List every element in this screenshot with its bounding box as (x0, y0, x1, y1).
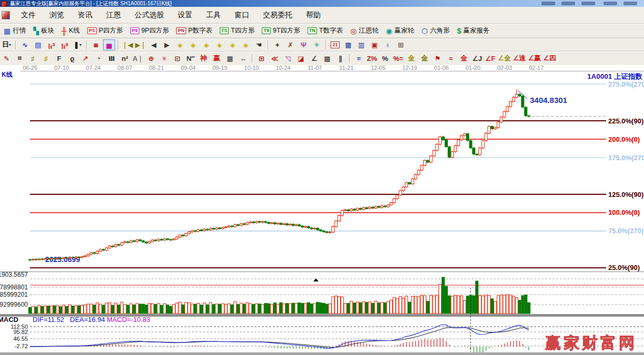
flag-pen-icon[interactable]: ⚑ (432, 53, 444, 64)
period-day-dropdown-icon[interactable]: 日▾ (1, 39, 13, 50)
gann-diamond-out-icon[interactable]: ◈ (213, 39, 226, 50)
chart-canvas[interactable]: 06-2607-1007-2408-0708-2109-0409-1910-10… (0, 65, 644, 355)
gann-diamond-left-icon[interactable]: ◈ (174, 39, 186, 50)
pencil-tool-icon[interactable]: ✎ (1, 53, 13, 64)
menu-item-6[interactable]: 工具 (199, 7, 228, 23)
menu-item-3[interactable]: 江恩 (99, 7, 128, 23)
menu-item-4[interactable]: 公式选股 (128, 7, 171, 23)
ray-fan-icon[interactable]: ≪ (269, 53, 281, 64)
gold-line-icon[interactable]: 金 (418, 53, 431, 64)
winner-service-button[interactable]: $赢家服务 (453, 25, 493, 37)
gann-wheel-button[interactable]: ◎江恩轮 (346, 25, 382, 37)
red-fan-box-icon[interactable]: ◪ (295, 53, 307, 64)
gann-diamond-expand-icon[interactable]: ◈ (227, 39, 239, 50)
purple-fan-icon[interactable]: ◹ (282, 53, 294, 64)
prev-page-icon[interactable]: ◀ (148, 39, 160, 50)
candle-style-dropdown-icon[interactable]: ❚▾ (71, 39, 84, 50)
menu-item-1[interactable]: 浏览 (43, 7, 71, 23)
angle-speed-icon[interactable]: ∠速 (513, 53, 527, 64)
ma3-icon[interactable]: ⣦3 (45, 39, 57, 50)
gold-circle-icon[interactable]: 金 (405, 53, 417, 64)
parallel-lines-icon[interactable]: ∥ (334, 53, 346, 64)
app-menu-icon[interactable] (2, 11, 10, 19)
nine-t-square-button[interactable]: T99T四方形 (258, 25, 304, 37)
remote-pc-icon[interactable]: ⊞ (395, 39, 407, 50)
colored-volume-icon[interactable]: ▅ (103, 39, 115, 50)
god-tool-icon[interactable]: 神 (198, 53, 210, 64)
percent-line-icon[interactable]: %= (392, 53, 404, 64)
notebook-icon[interactable]: ▥ (355, 39, 367, 50)
grid-tool-icon[interactable]: ⌗ (14, 53, 26, 64)
angle-win-icon[interactable]: ∠赢 (527, 53, 541, 64)
volume-bar (335, 296, 338, 314)
angle-f-icon[interactable]: ∠F (484, 53, 496, 64)
calendar-21-icon[interactable]: 21 (329, 39, 341, 50)
ma9-icon[interactable]: ⣦9 (58, 39, 70, 50)
angle-j-icon[interactable]: ∠J (471, 53, 483, 64)
star-cycle-icon[interactable]: ✳ (158, 53, 170, 64)
nine-p-square-button[interactable]: P99P四方形 (127, 25, 173, 37)
first-page-icon[interactable]: ❘◀ (121, 39, 134, 50)
menu-item-0[interactable]: 文件 (14, 7, 43, 23)
smart-select-icon[interactable]: ✳ (311, 39, 323, 50)
gann-diamond-right-icon[interactable]: ◈ (187, 39, 199, 50)
crosshair-icon[interactable]: + (271, 39, 283, 50)
n-square-icon[interactable]: n² (119, 53, 131, 64)
percent-icon[interactable]: % (379, 53, 391, 64)
circle-target-icon[interactable]: ⊕ (145, 53, 157, 64)
k-wave-icon[interactable]: N″ (185, 53, 197, 64)
kline-button[interactable]: ╫K线 (58, 25, 84, 37)
t-number-table-button[interactable]: TNT数字表 (304, 25, 346, 37)
menu-item-5[interactable]: 设置 (171, 7, 199, 23)
menu-item-7[interactable]: 窗口 (228, 7, 256, 23)
p-square-button[interactable]: PSP四方形 (84, 25, 127, 37)
span-arrow-icon[interactable]: ↔ (237, 53, 249, 64)
hand-drag-icon[interactable]: ☚ (253, 39, 265, 50)
mirror-tool-icon[interactable]: A❘ (132, 53, 144, 64)
volume-bar (463, 300, 466, 314)
delete-drawing-icon[interactable]: ✗ (284, 39, 297, 50)
dense-grid-icon[interactable]: ▦ (224, 53, 236, 64)
volume-bar (506, 295, 509, 314)
angle-four-icon[interactable]: ∠四 (543, 53, 557, 64)
gann-grid-gold2-icon[interactable]: ♯ (40, 53, 52, 64)
wave-pct-icon[interactable]: ≈ (445, 53, 457, 64)
gann-diamond-in-icon[interactable]: ◈ (200, 39, 212, 50)
boxed-grid-icon[interactable]: ⊡ (171, 53, 183, 64)
matrix-grid-icon[interactable]: ▩ (321, 53, 333, 64)
last-page-icon[interactable]: ▶❘ (135, 39, 147, 50)
calculator-icon[interactable]: ▦ (342, 39, 354, 50)
menu-item-9[interactable]: 帮助 (299, 7, 328, 23)
hexagon-button[interactable]: ⬡六角形 (418, 25, 454, 37)
angle-line-icon[interactable]: ∠ (308, 53, 320, 64)
timeshare-chart-icon[interactable]: ∿ (19, 39, 31, 50)
winner-wheel-button[interactable]: ◉赢家轮 (382, 25, 418, 37)
chip-distribution-icon[interactable]: ◙ (90, 39, 102, 50)
candle (448, 147, 451, 157)
rocket-tool-icon[interactable]: ↗ (79, 53, 91, 64)
network-icon[interactable]: ♁ (382, 39, 394, 50)
red-grid-box-icon[interactable]: ⊞ (255, 53, 268, 64)
next-page-icon[interactable]: ▶ (161, 39, 173, 50)
scale-ruler-icon[interactable]: ≡ (353, 53, 365, 64)
f10-info-icon[interactable]: ▤ (32, 39, 44, 50)
gann-diamond-shrink-icon[interactable]: ◈ (240, 39, 252, 50)
gold-red-icon[interactable]: 金 (458, 53, 470, 64)
t-square-button[interactable]: TST四方形 (216, 25, 259, 37)
p-number-table-button[interactable]: PNP数字表 (172, 25, 216, 37)
spiral-icon[interactable]: ϱ (66, 53, 78, 64)
theme-clothes-icon[interactable]: Ψ (298, 39, 310, 50)
menu-item-2[interactable]: 资讯 (71, 7, 99, 23)
titlebar-status-item (581, 2, 595, 5)
save-icon[interactable]: ▣ (369, 39, 381, 50)
time-compass-icon[interactable]: ◔ (93, 53, 105, 64)
f-ruler-icon[interactable]: F (53, 53, 65, 64)
quotes-button[interactable]: ▦行情 (0, 25, 29, 37)
sectors-button[interactable]: ▚板块 (29, 25, 58, 37)
bar-ruler-icon[interactable]: Ⅲ (106, 53, 118, 64)
gann-grid-gold-icon[interactable]: ♯ (27, 53, 39, 64)
percent-z-icon[interactable]: Z% (366, 53, 378, 64)
menu-item-8[interactable]: 交易委托 (256, 7, 299, 23)
angle-gold-icon[interactable]: ∠金 (497, 53, 512, 64)
win-tool-icon[interactable]: 赢 (211, 53, 223, 64)
